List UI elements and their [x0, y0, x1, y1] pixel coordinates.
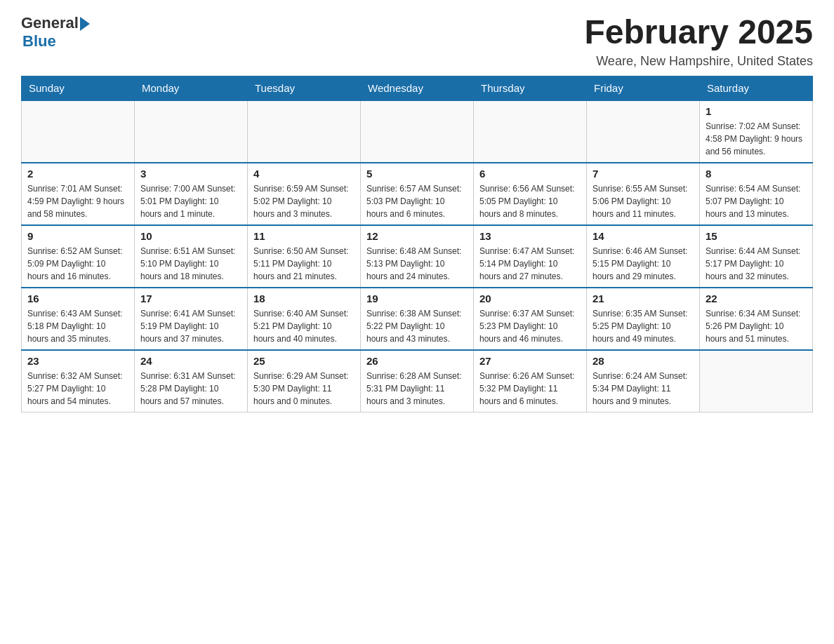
- calendar-day-cell: 7Sunrise: 6:55 AM Sunset: 5:06 PM Daylig…: [587, 163, 700, 225]
- calendar-day-cell: 28Sunrise: 6:24 AM Sunset: 5:34 PM Dayli…: [587, 350, 700, 412]
- day-number: 2: [27, 168, 128, 180]
- day-number: 20: [479, 293, 581, 304]
- day-number: 3: [140, 168, 241, 180]
- day-info: Sunrise: 7:00 AM Sunset: 5:01 PM Dayligh…: [140, 182, 241, 220]
- day-info: Sunrise: 6:34 AM Sunset: 5:26 PM Dayligh…: [706, 307, 807, 345]
- day-number: 27: [479, 355, 581, 367]
- calendar-day-cell: 4Sunrise: 6:59 AM Sunset: 5:02 PM Daylig…: [248, 163, 361, 225]
- day-info: Sunrise: 6:37 AM Sunset: 5:23 PM Dayligh…: [479, 307, 581, 345]
- calendar-day-header: Sunday: [22, 76, 135, 100]
- calendar-day-cell: 23Sunrise: 6:32 AM Sunset: 5:27 PM Dayli…: [22, 350, 135, 412]
- day-number: 6: [479, 168, 581, 180]
- day-info: Sunrise: 6:40 AM Sunset: 5:21 PM Dayligh…: [253, 307, 355, 345]
- calendar-day-cell: 10Sunrise: 6:51 AM Sunset: 5:10 PM Dayli…: [135, 225, 248, 288]
- day-number: 7: [593, 168, 694, 180]
- calendar-day-cell: [135, 100, 248, 163]
- calendar-day-header: Friday: [587, 76, 700, 100]
- day-info: Sunrise: 6:50 AM Sunset: 5:11 PM Dayligh…: [253, 245, 355, 283]
- day-number: 16: [27, 293, 128, 304]
- calendar-day-cell: [248, 100, 361, 163]
- calendar-day-cell: 15Sunrise: 6:44 AM Sunset: 5:17 PM Dayli…: [700, 225, 813, 288]
- day-info: Sunrise: 6:44 AM Sunset: 5:17 PM Dayligh…: [706, 245, 807, 283]
- calendar-day-header: Thursday: [474, 76, 587, 100]
- logo-arrow-icon: [80, 17, 90, 31]
- calendar-day-cell: 20Sunrise: 6:37 AM Sunset: 5:23 PM Dayli…: [474, 288, 587, 350]
- page-header: General Blue February 2025 Weare, New Ha…: [21, 14, 813, 69]
- logo: General Blue: [21, 14, 90, 51]
- calendar-day-cell: [361, 100, 474, 163]
- day-info: Sunrise: 6:46 AM Sunset: 5:15 PM Dayligh…: [593, 245, 694, 283]
- day-info: Sunrise: 6:38 AM Sunset: 5:22 PM Dayligh…: [366, 307, 468, 345]
- day-info: Sunrise: 6:59 AM Sunset: 5:02 PM Dayligh…: [253, 182, 355, 220]
- day-info: Sunrise: 7:02 AM Sunset: 4:58 PM Dayligh…: [706, 120, 807, 158]
- calendar-day-cell: 17Sunrise: 6:41 AM Sunset: 5:19 PM Dayli…: [135, 288, 248, 350]
- day-info: Sunrise: 6:29 AM Sunset: 5:30 PM Dayligh…: [253, 370, 355, 408]
- day-number: 17: [140, 293, 241, 304]
- day-info: Sunrise: 6:52 AM Sunset: 5:09 PM Dayligh…: [27, 245, 128, 283]
- calendar-day-header: Monday: [135, 76, 248, 100]
- calendar-day-cell: [700, 350, 813, 412]
- day-number: 5: [366, 168, 468, 180]
- day-info: Sunrise: 6:57 AM Sunset: 5:03 PM Dayligh…: [366, 182, 468, 220]
- calendar-day-cell: 18Sunrise: 6:40 AM Sunset: 5:21 PM Dayli…: [248, 288, 361, 350]
- calendar-day-cell: 12Sunrise: 6:48 AM Sunset: 5:13 PM Dayli…: [361, 225, 474, 288]
- day-number: 24: [140, 355, 241, 367]
- calendar-day-cell: [587, 100, 700, 163]
- day-number: 9: [27, 230, 128, 242]
- day-info: Sunrise: 6:31 AM Sunset: 5:28 PM Dayligh…: [140, 370, 241, 408]
- day-number: 14: [593, 230, 694, 242]
- day-number: 21: [593, 293, 694, 304]
- day-info: Sunrise: 6:32 AM Sunset: 5:27 PM Dayligh…: [27, 370, 128, 408]
- day-number: 26: [366, 355, 468, 367]
- day-info: Sunrise: 6:54 AM Sunset: 5:07 PM Dayligh…: [706, 182, 807, 220]
- day-info: Sunrise: 6:55 AM Sunset: 5:06 PM Dayligh…: [593, 182, 694, 220]
- calendar-day-header: Tuesday: [248, 76, 361, 100]
- calendar-day-cell: 1Sunrise: 7:02 AM Sunset: 4:58 PM Daylig…: [700, 100, 813, 163]
- calendar-day-cell: 24Sunrise: 6:31 AM Sunset: 5:28 PM Dayli…: [135, 350, 248, 412]
- calendar-day-cell: 3Sunrise: 7:00 AM Sunset: 5:01 PM Daylig…: [135, 163, 248, 225]
- calendar-day-cell: 27Sunrise: 6:26 AM Sunset: 5:32 PM Dayli…: [474, 350, 587, 412]
- calendar-day-cell: [474, 100, 587, 163]
- calendar-week-row: 9Sunrise: 6:52 AM Sunset: 5:09 PM Daylig…: [22, 225, 813, 288]
- logo-general-text: General: [21, 14, 79, 32]
- day-info: Sunrise: 6:43 AM Sunset: 5:18 PM Dayligh…: [27, 307, 128, 345]
- day-number: 4: [253, 168, 355, 180]
- calendar-day-cell: 8Sunrise: 6:54 AM Sunset: 5:07 PM Daylig…: [700, 163, 813, 225]
- day-info: Sunrise: 6:41 AM Sunset: 5:19 PM Dayligh…: [140, 307, 241, 345]
- calendar-day-cell: 22Sunrise: 6:34 AM Sunset: 5:26 PM Dayli…: [700, 288, 813, 350]
- day-number: 23: [27, 355, 128, 367]
- day-number: 10: [140, 230, 241, 242]
- day-number: 1: [706, 105, 807, 117]
- day-number: 18: [253, 293, 355, 304]
- calendar-day-cell: 19Sunrise: 6:38 AM Sunset: 5:22 PM Dayli…: [361, 288, 474, 350]
- calendar-table: SundayMondayTuesdayWednesdayThursdayFrid…: [21, 76, 813, 412]
- day-info: Sunrise: 6:24 AM Sunset: 5:34 PM Dayligh…: [593, 370, 694, 408]
- day-number: 15: [706, 230, 807, 242]
- calendar-week-row: 23Sunrise: 6:32 AM Sunset: 5:27 PM Dayli…: [22, 350, 813, 412]
- day-info: Sunrise: 6:47 AM Sunset: 5:14 PM Dayligh…: [479, 245, 581, 283]
- day-number: 12: [366, 230, 468, 242]
- calendar-day-header: Saturday: [700, 76, 813, 100]
- day-number: 28: [593, 355, 694, 367]
- day-number: 19: [366, 293, 468, 304]
- day-number: 11: [253, 230, 355, 242]
- title-section: February 2025 Weare, New Hampshire, Unit…: [584, 14, 813, 69]
- calendar-week-row: 16Sunrise: 6:43 AM Sunset: 5:18 PM Dayli…: [22, 288, 813, 350]
- calendar-day-cell: 6Sunrise: 6:56 AM Sunset: 5:05 PM Daylig…: [474, 163, 587, 225]
- day-info: Sunrise: 6:51 AM Sunset: 5:10 PM Dayligh…: [140, 245, 241, 283]
- day-info: Sunrise: 6:56 AM Sunset: 5:05 PM Dayligh…: [479, 182, 581, 220]
- day-number: 8: [706, 168, 807, 180]
- day-number: 22: [706, 293, 807, 304]
- location-subtitle: Weare, New Hampshire, United States: [584, 54, 813, 69]
- day-info: Sunrise: 7:01 AM Sunset: 4:59 PM Dayligh…: [27, 182, 128, 220]
- calendar-day-cell: 14Sunrise: 6:46 AM Sunset: 5:15 PM Dayli…: [587, 225, 700, 288]
- calendar-day-cell: 16Sunrise: 6:43 AM Sunset: 5:18 PM Dayli…: [22, 288, 135, 350]
- calendar-day-cell: 21Sunrise: 6:35 AM Sunset: 5:25 PM Dayli…: [587, 288, 700, 350]
- month-title: February 2025: [584, 14, 813, 51]
- calendar-day-cell: 11Sunrise: 6:50 AM Sunset: 5:11 PM Dayli…: [248, 225, 361, 288]
- calendar-day-cell: 9Sunrise: 6:52 AM Sunset: 5:09 PM Daylig…: [22, 225, 135, 288]
- calendar-day-cell: 26Sunrise: 6:28 AM Sunset: 5:31 PM Dayli…: [361, 350, 474, 412]
- calendar-header-row: SundayMondayTuesdayWednesdayThursdayFrid…: [22, 76, 813, 100]
- calendar-week-row: 2Sunrise: 7:01 AM Sunset: 4:59 PM Daylig…: [22, 163, 813, 225]
- calendar-week-row: 1Sunrise: 7:02 AM Sunset: 4:58 PM Daylig…: [22, 100, 813, 163]
